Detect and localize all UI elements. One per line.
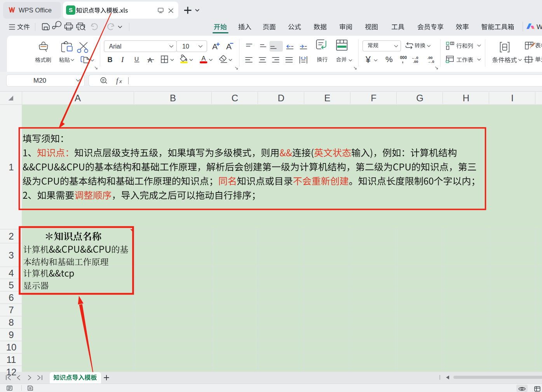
- svg-text:U: U: [134, 56, 139, 62]
- svg-text:,: ,: [402, 57, 404, 64]
- svg-text:W: W: [537, 23, 542, 31]
- svg-text:x: x: [119, 78, 122, 84]
- svg-text:A: A: [202, 55, 206, 62]
- svg-text:B: B: [108, 56, 113, 64]
- svg-text:f: f: [116, 77, 119, 85]
- svg-text:I: I: [121, 56, 124, 64]
- svg-text:%: %: [385, 55, 393, 64]
- svg-text:A: A: [148, 57, 152, 64]
- svg-text:A: A: [212, 42, 218, 51]
- svg-text:→.0: →.0: [427, 59, 434, 64]
- svg-text:¥: ¥: [365, 55, 371, 65]
- svg-text:.00: .00: [413, 59, 418, 64]
